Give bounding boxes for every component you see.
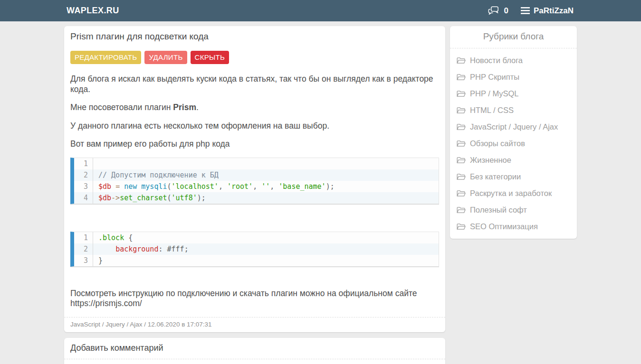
sidebar-category-label: Обзоры сайтов [470,139,525,148]
line-number: 4 [74,192,93,204]
sidebar-category[interactable]: Жизненное [457,156,570,165]
folder-open-icon [457,140,466,148]
sidebar-category[interactable]: Раскрутка и заработок [457,189,570,198]
code-line: 1.block { [74,232,439,243]
folder-open-icon [457,123,466,131]
folder-open-icon [457,90,466,98]
code-line: 1 [74,158,439,169]
site-logo[interactable]: WAPLEX.RU [67,6,119,16]
code-line: 2 background: #fff; [74,243,439,255]
comment-form-title: Добавить комментарий [70,343,439,354]
sidebar-category-label: HTML / CSS [470,106,514,115]
sidebar: Рубрики блога Новости блогаPHP СкриптыPH… [450,26,577,239]
folder-open-icon [457,173,466,181]
folder-open-icon [457,57,466,65]
sidebar-category-label: JavaScript / Jquery / Ajax [470,122,558,131]
sidebar-category-label: Без категории [470,172,521,181]
post-meta: JavaScript / Jquery / Ajax / 12.06.2020 … [70,317,439,329]
post-closing-paragraph: Посмотреть инструкцию по подключению и с… [70,289,439,309]
folder-open-icon [457,206,466,214]
folder-open-icon [457,190,466,197]
line-number: 1 [74,158,93,169]
code-line: 3$db = new mysqli('localhost', 'root', '… [74,181,439,192]
sidebar-category[interactable]: SEO Оптимизация [457,222,570,231]
edit-button[interactable]: РЕДАКТИРОВАТЬ [70,51,141,64]
page-container: Prism плагин для подсветки кода РЕДАКТИР… [0,21,641,364]
navbar-right: 0 PaRtiZzaN [488,6,574,16]
sidebar-category-label: PHP Скрипты [470,73,519,82]
hide-button[interactable]: СКРЫТЬ [191,51,230,64]
code-block-css: 1.block {2 background: #fff;3} [70,232,439,267]
sidebar-categories: Новости блогаPHP СкриптыPHP / MySQLHTML … [457,56,570,231]
folder-open-icon [457,223,466,231]
sidebar-category[interactable]: JavaScript / Jquery / Ajax [457,122,570,131]
post-paragraph: Для блога я искал как выделять куски код… [70,74,439,94]
top-navbar: WAPLEX.RU 0 PaRtiZzaN [0,0,641,21]
sidebar-category-label: Жизненное [470,156,511,165]
code-line: 3} [74,255,439,266]
sidebar-category[interactable]: Новости блога [457,56,570,65]
post-actions: РЕДАКТИРОВАТЬ УДАЛИТЬ СКРЫТЬ [70,51,439,64]
folder-open-icon [457,157,466,164]
sidebar-category-label: SEO Оптимизация [470,222,538,231]
sidebar-divider [450,48,577,48]
sidebar-title: Рубрики блога [457,31,570,48]
line-number: 1 [74,232,93,243]
sidebar-category-label: PHP / MySQL [470,89,518,98]
comment-form-divider [64,359,445,359]
sidebar-category[interactable]: HTML / CSS [457,106,570,115]
post-card: Prism плагин для подсветки кода РЕДАКТИР… [64,26,445,332]
comment-form-card: Добавить комментарий Только русские или … [64,338,445,364]
username: PaRtiZzaN [534,6,574,16]
sidebar-category[interactable]: PHP Скрипты [457,73,570,82]
comments-counter[interactable]: 0 [488,6,508,16]
sidebar-category[interactable]: Без категории [457,172,570,181]
code-block-php: 12// Допустим подключение к БД3$db = new… [70,158,439,204]
line-number: 2 [74,243,93,255]
line-number: 2 [74,169,93,181]
sidebar-category-label: Раскрутка и заработок [470,189,552,198]
post-paragraph: Посмотреть инструкцию по подключению и с… [70,289,439,309]
folder-open-icon [457,107,466,114]
line-number: 3 [74,181,93,192]
post-paragraph: Мне посоветовали плагин Prism. [70,103,439,113]
user-menu[interactable]: PaRtiZzaN [521,6,574,16]
hamburger-menu-icon [521,7,530,14]
sidebar-category[interactable]: Обзоры сайтов [457,139,570,148]
sidebar-category[interactable]: PHP / MySQL [457,89,570,98]
sidebar-category[interactable]: Полезный софт [457,205,570,215]
main-column: Prism плагин для подсветки кода РЕДАКТИР… [64,26,445,364]
chat-bubbles-icon [488,6,500,15]
code-line: 2// Допустим подключение к БД [74,169,439,181]
post-body: Для блога я искал как выделять куски код… [70,74,439,149]
comments-count: 0 [504,6,508,16]
sidebar-category-label: Новости блога [470,56,523,65]
code-line: 4$db->set_charset('utf8'); [74,192,439,204]
post-paragraph: Вот вам пример его работы для php кода [70,139,439,149]
sidebar-category-label: Полезный софт [470,205,527,215]
line-number: 3 [74,255,93,266]
delete-button[interactable]: УДАЛИТЬ [144,51,187,64]
post-title: Prism плагин для подсветки кода [70,31,439,42]
post-paragraph: У данного плагина есть несколько тем офо… [70,121,439,131]
folder-open-icon [457,74,466,81]
